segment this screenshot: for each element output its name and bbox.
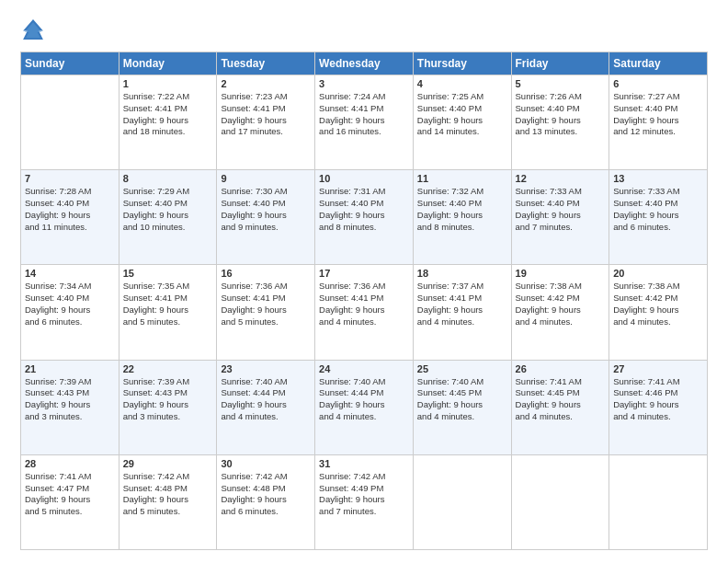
cell-info: Sunrise: 7:33 AMSunset: 4:40 PMDaylight:…	[516, 186, 606, 233]
calendar-cell: 29Sunrise: 7:42 AMSunset: 4:48 PMDayligh…	[119, 454, 217, 549]
calendar-cell: 8Sunrise: 7:29 AMSunset: 4:40 PMDaylight…	[119, 170, 217, 265]
logo	[20, 17, 50, 42]
day-number: 23	[221, 363, 311, 374]
cell-info: Sunrise: 7:26 AMSunset: 4:40 PMDaylight:…	[516, 91, 606, 138]
calendar-cell: 14Sunrise: 7:34 AMSunset: 4:40 PMDayligh…	[21, 265, 119, 360]
calendar-cell: 10Sunrise: 7:31 AMSunset: 4:40 PMDayligh…	[315, 170, 414, 265]
cell-info: Sunrise: 7:42 AMSunset: 4:48 PMDaylight:…	[221, 471, 311, 518]
day-number: 18	[417, 268, 507, 279]
calendar-cell: 18Sunrise: 7:37 AMSunset: 4:41 PMDayligh…	[413, 265, 511, 360]
calendar-cell	[413, 454, 511, 549]
calendar-cell: 24Sunrise: 7:40 AMSunset: 4:44 PMDayligh…	[315, 360, 414, 454]
calendar-cell: 27Sunrise: 7:41 AMSunset: 4:46 PMDayligh…	[609, 360, 708, 454]
page: SundayMondayTuesdayWednesdayThursdayFrid…	[0, 0, 728, 563]
day-number: 29	[123, 458, 213, 469]
cell-info: Sunrise: 7:27 AMSunset: 4:40 PMDaylight:…	[613, 91, 703, 138]
cell-info: Sunrise: 7:36 AMSunset: 4:41 PMDaylight:…	[221, 281, 311, 327]
cell-info: Sunrise: 7:38 AMSunset: 4:42 PMDaylight:…	[516, 281, 606, 327]
week-row-1: 1Sunrise: 7:22 AMSunset: 4:41 PMDaylight…	[21, 75, 708, 170]
day-number: 3	[319, 78, 409, 89]
cell-info: Sunrise: 7:41 AMSunset: 4:45 PMDaylight:…	[516, 376, 606, 423]
calendar-cell	[609, 454, 708, 549]
cell-info: Sunrise: 7:39 AMSunset: 4:43 PMDaylight:…	[123, 376, 213, 423]
col-header-thursday: Thursday	[413, 52, 511, 75]
week-row-2: 7Sunrise: 7:28 AMSunset: 4:40 PMDaylight…	[21, 170, 708, 265]
col-header-sunday: Sunday	[21, 52, 119, 75]
day-number: 25	[417, 363, 507, 374]
day-number: 10	[319, 173, 409, 184]
header	[20, 17, 708, 42]
calendar-cell: 15Sunrise: 7:35 AMSunset: 4:41 PMDayligh…	[119, 265, 217, 360]
col-header-saturday: Saturday	[609, 52, 708, 75]
cell-info: Sunrise: 7:38 AMSunset: 4:42 PMDaylight:…	[613, 281, 703, 327]
cell-info: Sunrise: 7:33 AMSunset: 4:40 PMDaylight:…	[613, 186, 703, 233]
calendar-cell: 2Sunrise: 7:23 AMSunset: 4:41 PMDaylight…	[217, 75, 315, 170]
cell-info: Sunrise: 7:32 AMSunset: 4:40 PMDaylight:…	[417, 186, 507, 233]
calendar-cell: 5Sunrise: 7:26 AMSunset: 4:40 PMDaylight…	[511, 75, 609, 170]
day-number: 9	[221, 173, 311, 184]
cell-info: Sunrise: 7:35 AMSunset: 4:41 PMDaylight:…	[123, 281, 213, 327]
cell-info: Sunrise: 7:30 AMSunset: 4:40 PMDaylight:…	[221, 186, 311, 233]
calendar-cell: 23Sunrise: 7:40 AMSunset: 4:44 PMDayligh…	[217, 360, 315, 454]
day-number: 8	[123, 173, 213, 184]
calendar-cell: 26Sunrise: 7:41 AMSunset: 4:45 PMDayligh…	[511, 360, 609, 454]
calendar-cell: 12Sunrise: 7:33 AMSunset: 4:40 PMDayligh…	[511, 170, 609, 265]
day-number: 1	[123, 78, 213, 89]
cell-info: Sunrise: 7:22 AMSunset: 4:41 PMDaylight:…	[123, 91, 213, 138]
calendar-cell	[21, 75, 119, 170]
cell-info: Sunrise: 7:40 AMSunset: 4:45 PMDaylight:…	[417, 376, 507, 423]
calendar-cell: 1Sunrise: 7:22 AMSunset: 4:41 PMDaylight…	[119, 75, 217, 170]
day-number: 30	[221, 458, 311, 469]
cell-info: Sunrise: 7:42 AMSunset: 4:49 PMDaylight:…	[319, 471, 409, 518]
day-number: 22	[123, 363, 213, 374]
calendar-cell: 30Sunrise: 7:42 AMSunset: 4:48 PMDayligh…	[217, 454, 315, 549]
cell-info: Sunrise: 7:41 AMSunset: 4:46 PMDaylight:…	[613, 376, 703, 423]
cell-info: Sunrise: 7:23 AMSunset: 4:41 PMDaylight:…	[221, 91, 311, 138]
cell-info: Sunrise: 7:29 AMSunset: 4:40 PMDaylight:…	[123, 186, 213, 233]
cell-info: Sunrise: 7:34 AMSunset: 4:40 PMDaylight:…	[25, 281, 115, 327]
calendar-cell: 25Sunrise: 7:40 AMSunset: 4:45 PMDayligh…	[413, 360, 511, 454]
calendar-cell: 20Sunrise: 7:38 AMSunset: 4:42 PMDayligh…	[609, 265, 708, 360]
calendar: SundayMondayTuesdayWednesdayThursdayFrid…	[20, 52, 708, 550]
day-number: 27	[613, 363, 703, 374]
calendar-cell: 9Sunrise: 7:30 AMSunset: 4:40 PMDaylight…	[217, 170, 315, 265]
day-number: 12	[516, 173, 606, 184]
logo-icon	[20, 17, 46, 42]
day-number: 4	[417, 78, 507, 89]
day-number: 11	[417, 173, 507, 184]
day-number: 2	[221, 78, 311, 89]
cell-info: Sunrise: 7:40 AMSunset: 4:44 PMDaylight:…	[221, 376, 311, 423]
calendar-cell: 6Sunrise: 7:27 AMSunset: 4:40 PMDaylight…	[609, 75, 708, 170]
day-number: 20	[613, 268, 703, 279]
calendar-cell: 22Sunrise: 7:39 AMSunset: 4:43 PMDayligh…	[119, 360, 217, 454]
day-number: 19	[516, 268, 606, 279]
calendar-cell: 17Sunrise: 7:36 AMSunset: 4:41 PMDayligh…	[315, 265, 414, 360]
col-header-friday: Friday	[511, 52, 609, 75]
week-row-3: 14Sunrise: 7:34 AMSunset: 4:40 PMDayligh…	[21, 265, 708, 360]
day-number: 16	[221, 268, 311, 279]
calendar-cell: 28Sunrise: 7:41 AMSunset: 4:47 PMDayligh…	[21, 454, 119, 549]
calendar-cell: 21Sunrise: 7:39 AMSunset: 4:43 PMDayligh…	[21, 360, 119, 454]
calendar-cell	[511, 454, 609, 549]
cell-info: Sunrise: 7:40 AMSunset: 4:44 PMDaylight:…	[319, 376, 409, 423]
cell-info: Sunrise: 7:37 AMSunset: 4:41 PMDaylight:…	[417, 281, 507, 327]
cell-info: Sunrise: 7:24 AMSunset: 4:41 PMDaylight:…	[319, 91, 409, 138]
calendar-cell: 11Sunrise: 7:32 AMSunset: 4:40 PMDayligh…	[413, 170, 511, 265]
cell-info: Sunrise: 7:28 AMSunset: 4:40 PMDaylight:…	[25, 186, 115, 233]
day-number: 13	[613, 173, 703, 184]
day-number: 7	[25, 173, 115, 184]
cell-info: Sunrise: 7:36 AMSunset: 4:41 PMDaylight:…	[319, 281, 409, 327]
col-header-tuesday: Tuesday	[217, 52, 315, 75]
day-number: 15	[123, 268, 213, 279]
day-number: 26	[516, 363, 606, 374]
week-row-4: 21Sunrise: 7:39 AMSunset: 4:43 PMDayligh…	[21, 360, 708, 454]
col-header-wednesday: Wednesday	[315, 52, 414, 75]
day-number: 24	[319, 363, 409, 374]
cell-info: Sunrise: 7:25 AMSunset: 4:40 PMDaylight:…	[417, 91, 507, 138]
day-number: 28	[25, 458, 115, 469]
day-number: 31	[319, 458, 409, 469]
col-header-monday: Monday	[119, 52, 217, 75]
cell-info: Sunrise: 7:31 AMSunset: 4:40 PMDaylight:…	[319, 186, 409, 233]
day-number: 5	[516, 78, 606, 89]
calendar-cell: 19Sunrise: 7:38 AMSunset: 4:42 PMDayligh…	[511, 265, 609, 360]
